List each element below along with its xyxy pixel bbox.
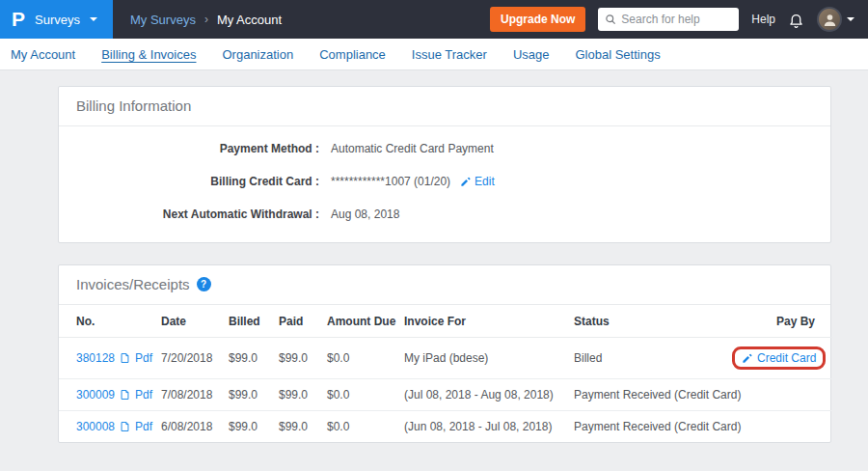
invoice-date: 7/08/2018 <box>161 379 229 411</box>
pdf-file-icon <box>120 421 130 432</box>
invoice-number-link[interactable]: 380128 <box>76 351 115 365</box>
breadcrumb-separator: › <box>204 13 208 26</box>
search-icon <box>605 14 616 25</box>
tab-global-settings[interactable]: Global Settings <box>575 47 660 62</box>
top-bar: P Surveys My Surveys › My Account Upgrad… <box>0 0 868 39</box>
invoice-date: 6/08/2018 <box>161 411 229 443</box>
payment-method-value: Automatic Credit Card Payment <box>331 142 494 155</box>
chevron-down-icon <box>90 17 97 21</box>
invoice-number-link[interactable]: 300009 <box>76 388 115 402</box>
notifications-bell-icon[interactable] <box>788 12 804 28</box>
product-switcher[interactable]: P Surveys <box>0 0 113 39</box>
tab-usage[interactable]: Usage <box>513 47 550 62</box>
pdf-link[interactable]: Pdf <box>135 351 152 365</box>
brand-logo: P <box>12 8 25 31</box>
billing-information-card: Billing Information Payment Method : Aut… <box>58 86 831 243</box>
billing-information-title: Billing Information <box>76 97 191 114</box>
help-search <box>598 8 739 31</box>
invoice-for: My iPad (bdese) <box>404 338 574 379</box>
breadcrumb-my-account: My Account <box>217 13 282 27</box>
tab-compliance[interactable]: Compliance <box>319 47 386 62</box>
topbar-actions: Upgrade Now Help <box>490 7 868 32</box>
account-tabs: My Account Billing & Invoices Organizati… <box>0 39 868 70</box>
tab-issue-tracker[interactable]: Issue Tracker <box>412 47 487 62</box>
pdf-link[interactable]: Pdf <box>135 420 152 433</box>
annotation-highlight: Credit Card <box>732 346 826 370</box>
invoice-status: Payment Received (Credit Card) <box>574 411 732 443</box>
pay-by-credit-card-link[interactable]: Credit Card <box>757 351 816 365</box>
table-row: 300009 Pdf 7/08/2018 $99.0 $99.0 $0.0 (J… <box>59 379 832 411</box>
invoice-paid: $99.0 <box>279 411 327 443</box>
billing-information-header: Billing Information <box>59 87 830 126</box>
next-withdrawal-label: Next Automatic Withdrawal : <box>76 208 319 221</box>
invoice-number-link[interactable]: 300008 <box>76 420 115 433</box>
search-input[interactable] <box>598 8 739 31</box>
billing-information-body: Payment Method : Automatic Credit Card P… <box>59 126 830 242</box>
invoice-billed: $99.0 <box>229 338 279 379</box>
col-amount-due: Amount Due <box>327 305 404 338</box>
billing-credit-card-label: Billing Credit Card : <box>76 175 319 188</box>
tab-billing-invoices[interactable]: Billing & Invoices <box>101 47 196 62</box>
next-withdrawal-value: Aug 08, 2018 <box>331 208 399 221</box>
pencil-icon <box>742 353 752 364</box>
invoice-pay-by <box>732 411 832 443</box>
col-paid: Paid <box>279 305 327 338</box>
breadcrumb: My Surveys › My Account <box>130 13 282 27</box>
col-status: Status <box>574 305 732 338</box>
invoices-receipts-header: Invoices/Receipts ? <box>59 265 830 305</box>
invoice-amount-due: $0.0 <box>327 379 404 411</box>
invoice-amount-due: $0.0 <box>327 411 404 443</box>
invoice-amount-due: $0.0 <box>327 338 404 379</box>
invoice-billed: $99.0 <box>229 411 279 443</box>
table-header-row: No. Date Billed Paid Amount Due Invoice … <box>59 305 832 338</box>
help-link[interactable]: Help <box>751 13 775 26</box>
payment-method-row: Payment Method : Automatic Credit Card P… <box>76 132 813 165</box>
product-label: Surveys <box>35 13 80 27</box>
invoices-receipts-title: Invoices/Receipts <box>76 276 190 292</box>
col-billed: Billed <box>229 305 279 338</box>
edit-credit-card-link[interactable]: Edit <box>460 175 495 188</box>
invoice-billed: $99.0 <box>229 379 279 411</box>
pdf-link[interactable]: Pdf <box>135 388 152 402</box>
upgrade-now-button[interactable]: Upgrade Now <box>490 7 585 32</box>
invoice-paid: $99.0 <box>279 379 327 411</box>
invoice-date: 7/20/2018 <box>161 338 229 379</box>
col-date: Date <box>161 305 229 338</box>
avatar <box>817 7 842 32</box>
chevron-down-icon <box>847 17 854 21</box>
invoice-paid: $99.0 <box>279 338 327 379</box>
pdf-file-icon <box>120 389 130 401</box>
next-withdrawal-row: Next Automatic Withdrawal : Aug 08, 2018 <box>76 198 813 231</box>
billing-credit-card-value: ************1007 (01/20) <box>331 175 450 188</box>
invoice-for: (Jul 08, 2018 - Aug 08, 2018) <box>404 379 574 411</box>
table-row: 380128 Pdf 7/20/2018 $99.0 $99.0 $0.0 My… <box>59 338 832 379</box>
invoice-for: (Jun 08, 2018 - Jul 08, 2018) <box>404 411 574 443</box>
col-no: No. <box>59 305 161 338</box>
invoice-status: Payment Received (Credit Card) <box>574 379 732 411</box>
breadcrumb-my-surveys[interactable]: My Surveys <box>130 13 196 27</box>
table-row: 300008 Pdf 6/08/2018 $99.0 $99.0 $0.0 (J… <box>59 411 832 443</box>
help-icon[interactable]: ? <box>197 277 211 291</box>
edit-label: Edit <box>475 175 495 188</box>
col-pay-by: Pay By <box>732 305 832 338</box>
col-invoice-for: Invoice For <box>404 305 574 338</box>
payment-method-label: Payment Method : <box>76 142 319 155</box>
pdf-file-icon <box>120 352 130 364</box>
user-menu[interactable] <box>817 7 854 32</box>
pencil-icon <box>460 177 471 187</box>
invoice-status: Billed <box>574 338 732 379</box>
invoice-pay-by <box>732 379 832 411</box>
invoices-receipts-card: Invoices/Receipts ? No. Date Billed Paid… <box>58 264 831 443</box>
tab-organization[interactable]: Organization <box>222 47 293 62</box>
page-content: Billing Information Payment Method : Aut… <box>0 70 868 443</box>
invoices-table: No. Date Billed Paid Amount Due Invoice … <box>59 305 832 442</box>
tab-my-account[interactable]: My Account <box>11 47 75 62</box>
billing-credit-card-row: Billing Credit Card : ************1007 (… <box>76 165 813 198</box>
